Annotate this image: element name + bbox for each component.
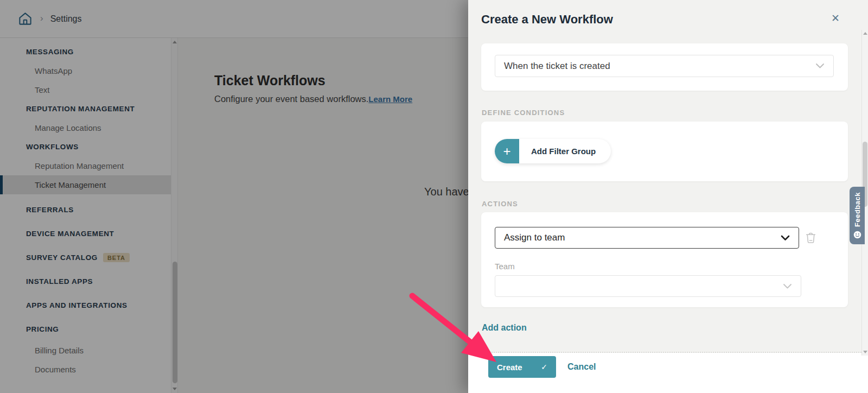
- add-action-link[interactable]: Add action: [482, 323, 527, 333]
- actions-label: ACTIONS: [482, 200, 518, 208]
- define-conditions-label: DEFINE CONDITIONS: [482, 109, 565, 117]
- modal-title: Create a New Workflow: [481, 12, 613, 27]
- feedback-label: Feedback: [853, 192, 861, 227]
- close-icon[interactable]: ✕: [831, 13, 840, 23]
- check-icon: ✓: [541, 363, 547, 371]
- feedback-tab[interactable]: Feedback: [850, 187, 865, 244]
- trigger-select[interactable]: When the ticket is created: [495, 55, 834, 77]
- create-button[interactable]: Create ✓: [488, 356, 556, 378]
- scroll-down-arrow-icon[interactable]: [863, 351, 867, 353]
- chevron-down-icon: [783, 283, 792, 289]
- add-filter-group-button[interactable]: + Add Filter Group: [495, 139, 611, 163]
- delete-action-button[interactable]: [806, 232, 816, 245]
- cancel-link[interactable]: Cancel: [567, 356, 596, 378]
- team-select[interactable]: [495, 275, 801, 297]
- modal-footer: Create ✓ Cancel: [468, 353, 868, 393]
- action-type-select[interactable]: Assign to team: [495, 227, 799, 249]
- create-workflow-modal: Create a New Workflow ✕ When the ticket …: [468, 0, 868, 393]
- smiley-icon: [853, 231, 861, 239]
- chevron-down-icon: [781, 235, 790, 241]
- plus-icon: +: [495, 139, 519, 163]
- chevron-down-icon: [815, 63, 825, 69]
- team-field-label: Team: [495, 262, 515, 271]
- trash-icon: [806, 232, 816, 243]
- scroll-up-arrow-icon[interactable]: [863, 32, 867, 35]
